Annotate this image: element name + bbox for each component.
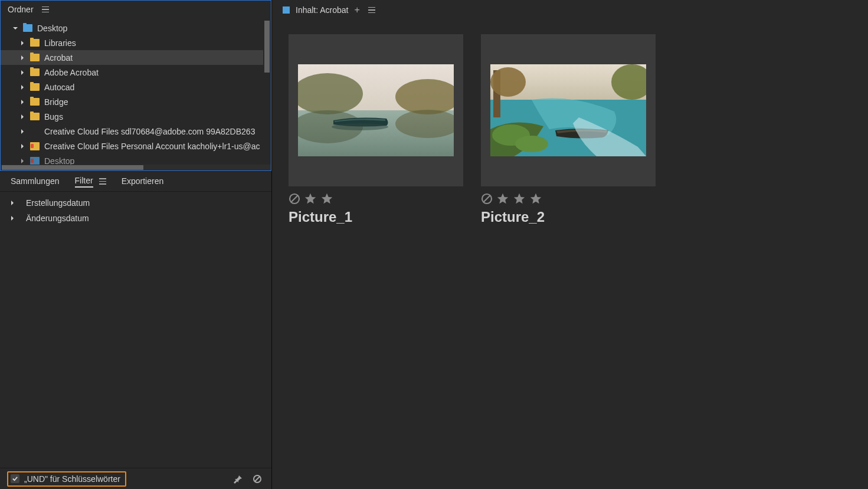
filter-item[interactable]: Änderungsdatum [0,211,271,226]
folder-icon [30,157,40,165]
thumbnail-card[interactable]: Picture_2 [481,34,656,225]
reject-icon[interactable] [481,193,493,205]
tree-root[interactable]: Desktop [1,21,271,35]
tree-item-label: Creative Cloud Files sdl70684@adobe.com … [44,127,255,136]
tree-item[interactable]: Adobe Acrobat [1,65,271,80]
tree-item-label: Libraries [44,38,76,48]
content-grid: Picture_1 Picture_2 [272,20,868,489]
chevron-right-icon[interactable] [9,200,15,206]
tree-item[interactable]: Autocad [1,80,271,94]
thumbnail-box[interactable] [481,34,656,186]
folder-icon [30,142,40,150]
reject-icon[interactable] [289,193,300,205]
tree-item[interactable]: Libraries [1,35,271,50]
chevron-right-icon[interactable] [19,55,25,61]
content-title: Inhalt: Acrobat [296,5,349,15]
content-header: Inhalt: Acrobat + [272,0,868,20]
folder-icon [23,24,32,32]
panel-menu-icon[interactable] [42,6,49,13]
und-label: „UND" für Schlüsselwörter [24,474,120,484]
star-icon[interactable] [320,192,333,205]
folder-tree: Desktop LibrariesAcrobatAdobe AcrobatAut… [1,18,271,165]
tree-item-label: Autocad [44,83,74,92]
filter-item-label: Änderungsdatum [26,214,89,223]
folder-icon [30,83,40,91]
chevron-right-icon[interactable] [19,158,25,164]
tab-collections[interactable]: Sammlungen [11,176,60,187]
chevron-right-icon[interactable] [19,129,25,134]
tree-item-label: Desktop [44,156,74,165]
thumbnail-box[interactable] [289,34,463,186]
chevron-right-icon[interactable] [19,114,25,120]
star-icon[interactable] [529,192,542,205]
folder-panel-header: Ordner [1,1,271,18]
panel-title: Ordner [8,5,34,14]
star-icon[interactable] [304,192,317,205]
star-icon[interactable] [513,192,526,205]
folder-icon [30,54,40,61]
svg-point-16 [490,67,526,97]
content-marker-icon [283,6,290,14]
chevron-right-icon[interactable] [19,99,25,105]
svg-point-8 [332,123,388,130]
folder-icon [30,68,40,76]
tree-item[interactable]: Creative Cloud Files Personal Account ka… [1,139,271,153]
tree-item-label: Adobe Acrobat [44,68,99,77]
content-panel: Inhalt: Acrobat + Picture_1 [272,0,868,489]
thumbnail-image [490,64,646,156]
tree-item[interactable]: Desktop [1,153,271,165]
chevron-right-icon[interactable] [19,143,25,149]
left-panel: Ordner Desktop LibrariesAcrobatAdobe Acr… [0,0,272,489]
filter-item[interactable]: Erstellungsdatum [0,195,271,211]
filter-item-label: Erstellungsdatum [26,198,90,208]
chevron-right-icon[interactable] [19,84,25,90]
content-menu-icon[interactable] [368,7,375,14]
und-keyword-toggle[interactable]: „UND" für Schlüsselwörter [7,471,126,487]
add-icon[interactable]: + [355,5,360,15]
tree-item-label: Bridge [44,97,68,107]
folder-icon [30,39,40,47]
svg-point-14 [515,136,548,152]
thumbnail-image [298,64,454,156]
chevron-right-icon[interactable] [19,40,25,46]
tree-item-label: Creative Cloud Files Personal Account ka… [44,142,260,151]
chevron-down-icon[interactable] [12,25,18,31]
folder-panel: Ordner Desktop LibrariesAcrobatAdobe Acr… [0,0,271,171]
checkbox-icon[interactable] [11,474,19,483]
tree-item[interactable]: Bridge [1,94,271,109]
tree-item[interactable]: Acrobat [1,50,271,65]
rating-row [289,192,463,205]
tree-item[interactable]: Bugs [1,109,271,124]
thumbnail-card[interactable]: Picture_1 [289,34,463,225]
vertical-scrollbar[interactable] [263,18,271,165]
rating-row [481,192,656,205]
folder-icon [30,113,40,120]
folder-icon [30,98,40,106]
chevron-right-icon[interactable] [9,215,15,221]
pin-icon[interactable] [231,472,245,486]
tree-item[interactable]: Creative Cloud Files sdl70684@adobe.com … [1,124,271,139]
star-icon[interactable] [496,192,509,205]
filter-menu-icon[interactable] [99,178,106,185]
svg-line-1 [255,477,260,481]
tab-export[interactable]: Exportieren [122,176,164,187]
mid-tabs: Sammlungen Filter Exportieren [0,171,271,191]
bottom-bar: „UND" für Schlüsselwörter [0,468,271,489]
horizontal-scrollbar[interactable] [1,165,271,170]
thumbnail-name: Picture_1 [289,209,463,225]
tree-item-label: Acrobat [44,53,73,63]
chevron-right-icon[interactable] [19,70,25,76]
thumbnail-name: Picture_2 [481,209,656,225]
tab-filter[interactable]: Filter [75,176,93,188]
tree-item-label: Desktop [37,24,67,33]
cancel-icon[interactable] [250,472,264,486]
svg-line-19 [484,196,490,202]
filter-panel: ErstellungsdatumÄnderungsdatum [0,191,271,468]
svg-line-10 [291,196,298,202]
tree-item-label: Bugs [44,112,63,122]
